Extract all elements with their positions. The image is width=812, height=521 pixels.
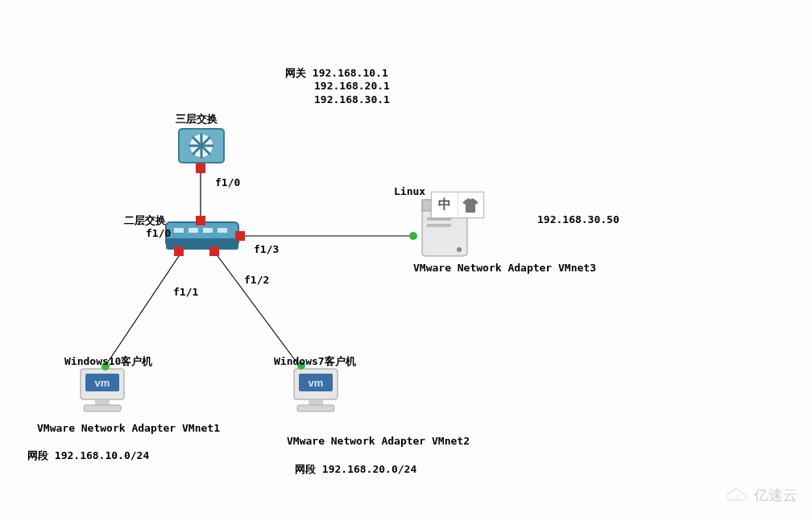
link-l2-win10 bbox=[102, 254, 180, 370]
svg-rect-10 bbox=[203, 228, 213, 233]
port-linux bbox=[409, 232, 417, 240]
win7-adapter: VMware Network Adapter VMnet2 bbox=[287, 435, 470, 447]
l3-switch-label: 三层交换 bbox=[176, 112, 218, 126]
win10-network: 网段 192.168.10.0/24 bbox=[27, 449, 149, 463]
win7-label: Windows7客户机 bbox=[274, 354, 356, 369]
port-l2-f1-3 bbox=[235, 231, 245, 241]
win10-label: Windows10客户机 bbox=[64, 354, 152, 369]
l2-switch-icon bbox=[166, 222, 238, 250]
port-l2-f1-0 bbox=[196, 216, 205, 225]
ime-char: 中 bbox=[432, 192, 458, 217]
l2-port-f1-2: f1/2 bbox=[244, 274, 269, 286]
svg-text:∞: ∞ bbox=[735, 494, 740, 500]
gateway-label: 网关 192.168.10.1 bbox=[285, 66, 388, 81]
win10-vm-icon: vm bbox=[81, 369, 124, 411]
watermark-text: 亿速云 bbox=[754, 486, 798, 505]
svg-rect-15 bbox=[95, 400, 110, 405]
win7-vm-icon: vm bbox=[294, 369, 338, 411]
svg-rect-8 bbox=[174, 228, 184, 233]
svg-rect-16 bbox=[84, 405, 121, 411]
l2-port-f1-3: f1/3 bbox=[254, 243, 279, 255]
svg-rect-21 bbox=[297, 405, 334, 411]
gateway-ip-2: 192.168.20.1 bbox=[314, 80, 390, 92]
gateway-ip-3: 192.168.30.1 bbox=[314, 93, 390, 105]
svg-rect-25 bbox=[427, 224, 451, 227]
port-l3-f1-0 bbox=[196, 163, 205, 173]
linux-label: Linux bbox=[394, 185, 425, 197]
link-l2-win7 bbox=[216, 254, 300, 366]
win7-network: 网段 192.168.20.0/24 bbox=[295, 462, 416, 477]
svg-text:vm: vm bbox=[309, 377, 324, 389]
l3-switch-icon bbox=[179, 129, 224, 163]
win10-adapter: VMware Network Adapter VMnet1 bbox=[37, 422, 220, 434]
l2-switch-label: 二层交换 bbox=[124, 213, 166, 228]
l3-port-label: f1/0 bbox=[215, 176, 240, 188]
port-l2-f1-1 bbox=[174, 246, 184, 256]
svg-point-26 bbox=[457, 247, 462, 252]
linux-adapter: VMware Network Adapter VMnet3 bbox=[413, 262, 596, 274]
linux-ip: 192.168.30.50 bbox=[537, 213, 619, 225]
ime-palette[interactable]: 中 bbox=[431, 192, 484, 218]
l2-port-f1-0: f1/0 bbox=[146, 227, 171, 239]
cloud-icon: ∞ bbox=[725, 487, 749, 503]
svg-rect-9 bbox=[188, 228, 198, 233]
svg-rect-11 bbox=[218, 228, 227, 233]
svg-rect-20 bbox=[309, 400, 323, 405]
watermark: ∞ 亿速云 bbox=[725, 486, 798, 505]
svg-text:vm: vm bbox=[95, 377, 110, 389]
ime-shirt-icon bbox=[458, 192, 484, 217]
port-l2-f1-2 bbox=[209, 246, 219, 256]
l2-port-f1-1: f1/1 bbox=[173, 286, 198, 298]
